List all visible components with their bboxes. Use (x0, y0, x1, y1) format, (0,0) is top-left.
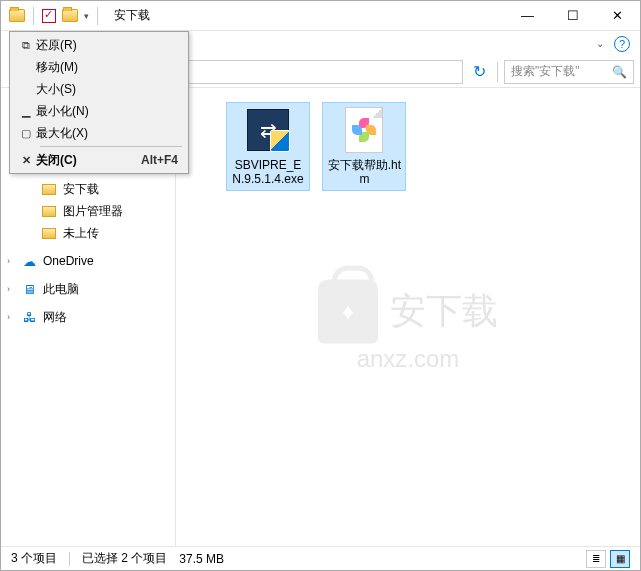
expand-icon[interactable]: › (7, 312, 10, 322)
view-details-button[interactable]: ≣ (586, 550, 606, 568)
system-menu: ⧉ 还原(R) 移动(M) 大小(S) ▁ 最小化(N) ▢ 最大化(X) ✕ … (9, 31, 189, 174)
tree-item-network[interactable]: › 🖧 网络 (1, 306, 175, 328)
tree-label: 图片管理器 (63, 203, 123, 220)
file-item[interactable]: ⇄ SBVIPRE_EN.9.5.1.4.exe (226, 102, 310, 191)
computer-icon: 🖥 (21, 281, 37, 297)
menu-separator (40, 146, 182, 147)
html-icon (345, 107, 383, 153)
refresh-icon[interactable]: ↻ (467, 62, 491, 81)
sysmenu-maximize[interactable]: ▢ 最大化(X) (12, 122, 186, 144)
status-selection: 已选择 2 个项目 (82, 550, 167, 567)
window-title: 安下载 (114, 7, 150, 24)
sysmenu-move[interactable]: 移动(M) (12, 56, 186, 78)
search-placeholder: 搜索"安下载" (511, 63, 580, 80)
status-item-count: 3 个项目 (11, 550, 57, 567)
file-label: 安下载帮助.htm (326, 158, 402, 187)
close-icon: ✕ (16, 154, 36, 167)
sysmenu-restore[interactable]: ⧉ 还原(R) (12, 34, 186, 56)
folder-icon (42, 228, 56, 239)
tree-label: 此电脑 (43, 281, 79, 298)
help-icon[interactable]: ? (614, 36, 630, 52)
minimize-icon: ▁ (16, 105, 36, 118)
exe-icon: ⇄ (247, 109, 289, 151)
restore-icon: ⧉ (16, 39, 36, 52)
status-bar: 3 个项目 已选择 2 个项目 37.5 MB ≣ ▦ (1, 546, 640, 570)
expand-icon[interactable]: › (7, 256, 10, 266)
tree-item[interactable]: 图片管理器 (1, 200, 175, 222)
qat-customize-dropdown[interactable]: ▾ (84, 11, 89, 21)
file-item[interactable]: 安下载帮助.htm (322, 102, 406, 191)
tree-label: 安下载 (63, 181, 99, 198)
folder-icon (42, 206, 56, 217)
file-label: SBVIPRE_EN.9.5.1.4.exe (230, 158, 306, 187)
app-icon[interactable] (9, 9, 25, 22)
minimize-button[interactable]: — (505, 1, 550, 30)
tree-label: OneDrive (43, 254, 94, 268)
ribbon-expand-icon[interactable]: ⌄ (596, 38, 604, 49)
network-icon: 🖧 (21, 309, 37, 325)
folder-icon (42, 184, 56, 195)
search-input[interactable]: 搜索"安下载" 🔍 (504, 60, 634, 84)
tree-label: 未上传 (63, 225, 99, 242)
status-size: 37.5 MB (179, 552, 224, 566)
sysmenu-minimize[interactable]: ▁ 最小化(N) (12, 100, 186, 122)
watermark-url: anxz.com (318, 345, 498, 373)
maximize-button[interactable]: ☐ (550, 1, 595, 30)
view-icons-button[interactable]: ▦ (610, 550, 630, 568)
expand-icon[interactable]: › (7, 284, 10, 294)
sysmenu-close[interactable]: ✕ 关闭(C) Alt+F4 (12, 149, 186, 171)
watermark-text: 安下载 (390, 287, 498, 336)
titlebar: ▾ 安下载 — ☐ ✕ (1, 1, 640, 31)
close-button[interactable]: ✕ (595, 1, 640, 30)
tree-item[interactable]: 安下载 (1, 178, 175, 200)
onedrive-icon: ☁ (21, 253, 37, 269)
tree-item[interactable]: 未上传 (1, 222, 175, 244)
sysmenu-size[interactable]: 大小(S) (12, 78, 186, 100)
search-icon[interactable]: 🔍 (612, 65, 627, 79)
maximize-icon: ▢ (16, 127, 36, 140)
file-view[interactable]: ⇄ SBVIPRE_EN.9.5.1.4.exe 安下载帮助.htm 安下载 a… (176, 88, 640, 546)
tree-item-onedrive[interactable]: › ☁ OneDrive (1, 250, 175, 272)
qat-properties-icon[interactable] (42, 9, 56, 23)
tree-label: 网络 (43, 309, 67, 326)
breadcrumb[interactable]: › (175, 60, 463, 84)
watermark-logo-icon (318, 279, 378, 343)
watermark: 安下载 anxz.com (318, 279, 498, 373)
tree-item-thispc[interactable]: › 🖥 此电脑 (1, 278, 175, 300)
qat-newfolder-icon[interactable] (62, 9, 78, 22)
